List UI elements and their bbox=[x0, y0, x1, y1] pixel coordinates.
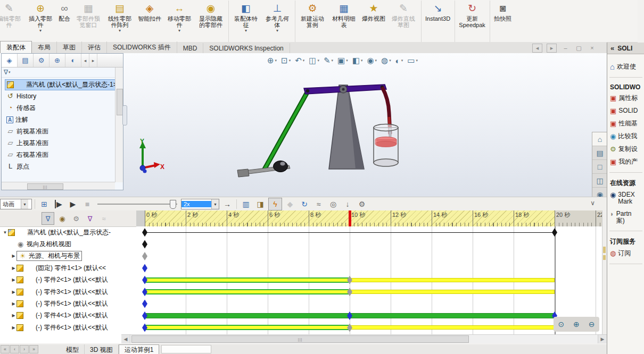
expand-arrow-icon[interactable]: ▶ bbox=[11, 313, 16, 318]
linear-component-pattern-button[interactable]: ▤ 线性零部件阵列 ▾ bbox=[104, 1, 136, 42]
scrollbar-thumb[interactable]: ||| bbox=[131, 335, 469, 343]
keyframe-gray[interactable] bbox=[142, 252, 147, 260]
add-key-button[interactable]: ◆ bbox=[284, 198, 296, 210]
document-tab[interactable]: 3D 视图 bbox=[85, 344, 119, 354]
commandmanager-tab[interactable]: MBD bbox=[177, 43, 204, 53]
tree-item-right-plane[interactable]: ▱ 右视基准面 bbox=[2, 149, 123, 161]
expand-arrow-icon[interactable]: ▼ bbox=[2, 230, 8, 235]
tree-filter-button[interactable]: ∇ ▾ bbox=[2, 68, 123, 78]
subscription-services-link[interactable]: ◍订阅 bbox=[607, 247, 644, 260]
component-preview-window-button[interactable]: ▦ 零部件预览窗口 ▾ bbox=[72, 1, 104, 42]
playback-speed-slider[interactable] bbox=[97, 199, 177, 209]
smart-fasteners-button[interactable]: ◈ 智能扣件 ▾ bbox=[135, 1, 164, 42]
bill-of-materials-button[interactable]: ▦ 材料明细表 ▾ bbox=[328, 1, 360, 42]
motor-button[interactable]: ↻ bbox=[298, 198, 311, 210]
insert-components-button[interactable]: ⊕ 插入零部件 ▾ bbox=[24, 1, 56, 42]
study-type-select[interactable]: 动画 ▼ bbox=[0, 199, 32, 209]
instant3d-button[interactable]: ↘ Instant3D ▾ bbox=[423, 1, 455, 42]
save-animation-button[interactable]: ▥ bbox=[240, 198, 252, 210]
slider-thumb[interactable] bbox=[170, 200, 176, 209]
resources-tab[interactable]: ⌂ bbox=[592, 132, 607, 146]
timebar-static[interactable] bbox=[350, 325, 555, 330]
filter-graph-button[interactable]: ≈ bbox=[98, 213, 110, 224]
timeline-playhead[interactable] bbox=[349, 210, 351, 226]
welcome-link[interactable]: ⌂ 欢迎使 bbox=[607, 61, 644, 73]
solidworks-rx-link[interactable]: ▣SOLID bbox=[607, 105, 644, 117]
motion-item-lights[interactable]: ▶ ☀ 光源、相机与布景 bbox=[0, 250, 136, 262]
timeline-zoom-fit-button[interactable]: ⊙ bbox=[555, 318, 567, 330]
filter-animated-button[interactable]: ∇ bbox=[42, 212, 54, 225]
tab-scroll-left[interactable]: ◂ bbox=[81, 54, 89, 67]
motion-item-part5[interactable]: ▶ (-) 零件5<1> (默认<<默认 bbox=[0, 298, 136, 309]
autokey-button[interactable]: ϟ bbox=[268, 198, 282, 210]
copy-settings-wizard-link[interactable]: ⚙复制设 bbox=[607, 143, 644, 156]
annotation-view-icon[interactable]: ✎ ▾ bbox=[323, 55, 334, 66]
display-style-icon[interactable]: ◧ ▾ bbox=[351, 55, 364, 66]
tree-item-origin[interactable]: L 原点 bbox=[2, 161, 123, 172]
stop-button[interactable]: ■ bbox=[81, 198, 94, 210]
tree-item-top-plane[interactable]: ▱ 上视基准面 bbox=[2, 137, 123, 149]
play-from-start-button[interactable]: ▶ bbox=[52, 198, 65, 210]
playback-mode-button[interactable]: → bbox=[221, 198, 234, 210]
previous-view-icon[interactable]: ↶ ▾ bbox=[294, 55, 306, 66]
first-tab-button[interactable]: « bbox=[1, 345, 10, 353]
document-tab[interactable]: 运动算例1 bbox=[119, 344, 160, 354]
filter-driving-button[interactable]: ◉ bbox=[56, 213, 68, 224]
view-orientation-icon[interactable]: ▣ ▾ bbox=[336, 55, 349, 66]
graphics-viewport[interactable]: Y X ⊕ ▾ ⊡ ▾ ↶ ▾ ◫ ▾ ✎ ▾ ▣ ▾ bbox=[0, 53, 607, 197]
minimize-button[interactable]: – bbox=[561, 44, 570, 52]
expand-arrow-icon[interactable]: ▶ bbox=[11, 325, 16, 330]
motion-item-root[interactable]: ▼ 蒸汽机 (默认<默认_显示状态- bbox=[0, 226, 136, 238]
keyframe-blue[interactable] bbox=[142, 264, 147, 272]
show-hidden-components-button[interactable]: ◉ 显示隐藏的零部件 ▾ bbox=[195, 1, 229, 42]
timebar-driven[interactable] bbox=[145, 325, 350, 330]
reference-geometry-button[interactable]: ⊥ 参考几何体 ▾ bbox=[261, 1, 295, 42]
mate-button[interactable]: ∞ 配合 ▾ bbox=[56, 1, 73, 42]
expand-arrow-icon[interactable]: ▶ bbox=[11, 266, 16, 271]
calculate-button[interactable]: ⊞ bbox=[38, 198, 51, 210]
displaymanager-tab[interactable]: ◐ bbox=[65, 54, 81, 67]
tree-item-history[interactable]: ↺ History bbox=[2, 90, 123, 102]
expand-arrow-icon[interactable]: ▶ bbox=[11, 301, 16, 306]
commandmanager-tab[interactable]: 布局 bbox=[32, 41, 57, 53]
close-button[interactable]: × bbox=[588, 44, 597, 52]
view-settings-icon[interactable]: ▭ ▾ bbox=[406, 55, 419, 66]
compare-link[interactable]: ◉比较我 bbox=[607, 130, 644, 143]
zoom-area-icon[interactable]: ⊡ ▾ bbox=[280, 55, 292, 66]
dimxpertmanager-tab[interactable]: ⊕ bbox=[49, 54, 65, 67]
last-tab-button[interactable]: » bbox=[29, 345, 38, 353]
motion-item-part2[interactable]: ▶ (-) 零件2<1> (默认<<默认 bbox=[0, 274, 136, 286]
scroll-left-icon[interactable]: ◀ bbox=[121, 335, 130, 343]
design-library-tab[interactable]: ▤ bbox=[592, 146, 607, 160]
3dexperience-marketplace-link[interactable]: ◉3DEX Mark bbox=[607, 189, 644, 208]
filter-results-button[interactable]: ∇ bbox=[84, 213, 96, 224]
timeline-area[interactable]: 0 秒2 秒4 秒6 秒8 秒10 秒12 秒14 秒16 秒18 秒20 秒2… bbox=[136, 210, 607, 343]
feature-tree-vertical-scrollbar[interactable] bbox=[115, 68, 123, 182]
section-view-icon[interactable]: ◫ ▾ bbox=[308, 55, 320, 66]
apply-scene-icon[interactable]: ◐ ▾ bbox=[394, 55, 404, 66]
partner-solutions-link[interactable]: ◗Partn 案) bbox=[607, 208, 644, 227]
expand-arrow-icon[interactable]: ▶ bbox=[11, 277, 16, 282]
keyframe-black[interactable] bbox=[142, 240, 147, 249]
my-products-link[interactable]: ▣我的产 bbox=[607, 156, 644, 168]
motion-item-part6[interactable]: ▶ (-) 零件6<1> (默认<<默认 bbox=[0, 322, 136, 333]
commandmanager-tab[interactable]: 评估 bbox=[82, 41, 107, 53]
expand-arrow-icon[interactable]: ▶ bbox=[11, 254, 16, 258]
next-tab-button[interactable]: › bbox=[20, 345, 29, 353]
explode-line-sketch-button[interactable]: ✎ 爆炸直线草图 ▾ bbox=[387, 1, 422, 42]
take-snapshot-button[interactable]: ◙ 拍快照 ▾ bbox=[491, 1, 514, 42]
tree-item-assembly-root[interactable]: 蒸汽机 (默认<默认_显示状态-1>) bbox=[2, 79, 123, 90]
property-tab-builder-link[interactable]: ▣属性标 bbox=[607, 92, 644, 105]
file-explorer-tab[interactable]: □ bbox=[592, 160, 607, 174]
spring-button[interactable]: ≈ bbox=[312, 198, 325, 210]
play-button[interactable]: ▶ bbox=[67, 198, 79, 210]
prev-tab-button[interactable]: ‹ bbox=[10, 345, 19, 353]
timebar-driven[interactable] bbox=[145, 277, 350, 283]
motion-item-part3[interactable]: ▶ (-) 零件3<1> (默认<<默认 bbox=[0, 286, 136, 298]
motion-item-part7[interactable]: ▶ (-) 零件7<1> (默认<<默认 bbox=[0, 334, 136, 335]
document-tab[interactable]: 模型 bbox=[61, 344, 85, 354]
filter-selected-button[interactable]: ⚙ bbox=[70, 213, 82, 224]
timeline-zoom-out-button[interactable]: ⊖ bbox=[586, 318, 598, 330]
commandmanager-tab[interactable]: 草图 bbox=[57, 41, 82, 53]
keyframe-black[interactable] bbox=[552, 228, 557, 237]
